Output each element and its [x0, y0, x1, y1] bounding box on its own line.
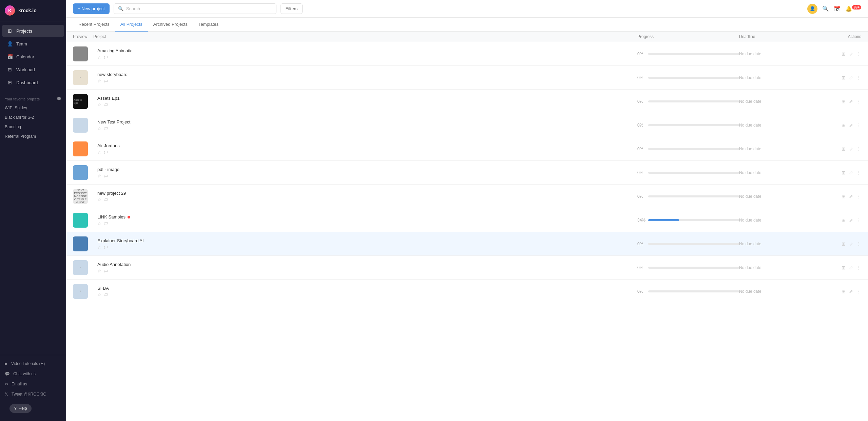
chat-link[interactable]: 💬 Chat with us — [0, 369, 66, 379]
star-icon[interactable]: ☆ — [97, 126, 101, 131]
tag-icon[interactable]: 🏷 — [103, 268, 108, 273]
star-icon[interactable]: ☆ — [97, 245, 101, 250]
new-project-button[interactable]: + New project — [73, 3, 110, 14]
video-tutorials-link[interactable]: ▶ Video Tutorials (H) — [0, 359, 66, 369]
filters-button[interactable]: Filters — [281, 3, 303, 14]
table-row[interactable]: LINK Samples ☆ 🏷 34% No due date ⊞ ⇗ ⋮ — [66, 208, 868, 232]
share-icon[interactable]: ⇗ — [849, 51, 853, 57]
share-icon[interactable]: ⇗ — [849, 217, 853, 223]
star-icon[interactable]: ☆ — [97, 173, 101, 178]
table-row[interactable]: ♪ Audio Annotation ☆ 🏷 0% No due date ⊞ … — [66, 256, 868, 280]
search-header-icon[interactable]: 🔍 — [822, 5, 829, 12]
grid-view-icon[interactable]: ⊞ — [842, 122, 846, 128]
grid-view-icon[interactable]: ⊞ — [842, 75, 846, 80]
grid-view-icon[interactable]: ⊞ — [842, 289, 846, 294]
table-row[interactable]: New Test Project ☆ 🏷 0% No due date ⊞ ⇗ … — [66, 113, 868, 137]
grid-view-icon[interactable]: ⊞ — [842, 146, 846, 152]
tab-all-projects[interactable]: All Projects — [115, 18, 148, 32]
table-row[interactable]: Air Jordans ☆ 🏷 0% No due date ⊞ ⇗ ⋮ — [66, 137, 868, 161]
star-icon[interactable]: ☆ — [97, 292, 101, 297]
tag-icon[interactable]: 🏷 — [103, 173, 108, 178]
share-icon[interactable]: ⇗ — [849, 289, 853, 294]
table-row[interactable]: ~ new storyboard ☆ 🏷 0% No due date ⊞ ⇗ … — [66, 66, 868, 90]
project-name: new storyboard — [97, 72, 633, 77]
project-name: Explainer Storyboard AI — [97, 238, 633, 243]
star-icon[interactable]: ☆ — [97, 268, 101, 273]
tag-icon[interactable]: 🏷 — [103, 126, 108, 131]
more-options-icon[interactable]: ⋮ — [856, 265, 861, 270]
table-row[interactable]: Assets Ep1 Assets Ep1 ☆ 🏷 0% No due date… — [66, 90, 868, 113]
share-icon[interactable]: ⇗ — [849, 146, 853, 152]
tab-recent-projects[interactable]: Recent Projects — [73, 18, 115, 32]
more-options-icon[interactable]: ⋮ — [856, 51, 861, 57]
tag-icon[interactable]: 🏷 — [103, 245, 108, 250]
table-row[interactable]: pdf - image ☆ 🏷 0% No due date ⊞ ⇗ ⋮ — [66, 161, 868, 185]
star-icon[interactable]: ☆ — [97, 221, 101, 226]
more-options-icon[interactable]: ⋮ — [856, 146, 861, 152]
sidebar-item-projects[interactable]: ⊞ Projects — [2, 25, 64, 37]
add-favorite-icon[interactable]: 💬 — [57, 97, 61, 101]
grid-view-icon[interactable]: ⊞ — [842, 241, 846, 247]
calendar-header-icon[interactable]: 📅 — [834, 5, 841, 12]
project-name: LINK Samples — [97, 214, 633, 219]
table-row[interactable]: THING NEXT PROJECT MOREINFO TRIPLE & NOT… — [66, 185, 868, 208]
sidebar-item-team[interactable]: 👤 Team — [2, 38, 64, 50]
share-icon[interactable]: ⇗ — [849, 170, 853, 175]
grid-view-icon[interactable]: ⊞ — [842, 99, 846, 104]
grid-view-icon[interactable]: ⊞ — [842, 265, 846, 270]
star-icon[interactable]: ☆ — [97, 197, 101, 202]
more-options-icon[interactable]: ⋮ — [856, 289, 861, 294]
favorite-wip-spidey[interactable]: WIP: Spidey — [0, 103, 66, 113]
tag-icon[interactable]: 🏷 — [103, 78, 108, 83]
more-options-icon[interactable]: ⋮ — [856, 99, 861, 104]
share-icon[interactable]: ⇗ — [849, 75, 853, 80]
more-options-icon[interactable]: ⋮ — [856, 241, 861, 247]
email-link[interactable]: ✉ Email us — [0, 379, 66, 389]
tag-icon[interactable]: 🏷 — [103, 197, 108, 202]
notification-bell[interactable]: 🔔 99+ — [845, 5, 861, 12]
more-options-icon[interactable]: ⋮ — [856, 170, 861, 175]
star-icon[interactable]: ☆ — [97, 78, 101, 83]
tab-templates[interactable]: Templates — [193, 18, 224, 32]
help-button[interactable]: ? Help — [9, 404, 32, 413]
more-options-icon[interactable]: ⋮ — [856, 194, 861, 199]
search-bar[interactable]: 🔍 Search — [114, 3, 276, 14]
tag-icon[interactable]: 🏷 — [103, 55, 108, 60]
share-icon[interactable]: ⇗ — [849, 241, 853, 247]
grid-view-icon[interactable]: ⊞ — [842, 170, 846, 175]
table-row[interactable]: Explainer Storyboard AI ☆ 🏷 0% No due da… — [66, 232, 868, 256]
share-icon[interactable]: ⇗ — [849, 194, 853, 199]
favorite-branding[interactable]: Branding — [0, 122, 66, 132]
more-options-icon[interactable]: ⋮ — [856, 122, 861, 128]
tab-archived-projects[interactable]: Archived Projects — [148, 18, 193, 32]
tag-icon[interactable]: 🏷 — [103, 221, 108, 226]
star-icon[interactable]: ☆ — [97, 102, 101, 107]
project-name: Assets Ep1 — [97, 96, 633, 101]
avatar[interactable]: 👤 — [807, 4, 817, 14]
grid-view-icon[interactable]: ⊞ — [842, 51, 846, 57]
tag-icon[interactable]: 🏷 — [103, 102, 108, 107]
favorite-referral[interactable]: Referral Program — [0, 132, 66, 141]
more-options-icon[interactable]: ⋮ — [856, 75, 861, 80]
sidebar-nav: ⊞ Projects 👤 Team 📅 Calendar ⊟ Workload … — [0, 21, 66, 92]
table-row[interactable]: Amazing Animatic ☆ 🏷 0% No due date ⊞ ⇗ … — [66, 42, 868, 66]
sidebar-item-calendar[interactable]: 📅 Calendar — [2, 51, 64, 63]
tag-icon[interactable]: 🏷 — [103, 150, 108, 155]
actions-cell: ⊞ ⇗ ⋮ — [814, 51, 861, 57]
tag-icon[interactable]: 🏷 — [103, 292, 108, 297]
grid-view-icon[interactable]: ⊞ — [842, 194, 846, 199]
more-options-icon[interactable]: ⋮ — [856, 217, 861, 223]
star-icon[interactable]: ☆ — [97, 55, 101, 60]
project-name: New Test Project — [97, 119, 633, 125]
star-icon[interactable]: ☆ — [97, 150, 101, 155]
favorite-black-mirror[interactable]: Black Mirror S-2 — [0, 113, 66, 122]
share-icon[interactable]: ⇗ — [849, 265, 853, 270]
grid-view-icon[interactable]: ⊞ — [842, 217, 846, 223]
logo-area[interactable]: K krock.io — [0, 0, 66, 21]
share-icon[interactable]: ⇗ — [849, 99, 853, 104]
sidebar-item-dashboard[interactable]: ⊞ Dashboard — [2, 76, 64, 89]
tweet-link[interactable]: 𝕏 Tweet @KROCKIO — [0, 389, 66, 399]
sidebar-item-workload[interactable]: ⊟ Workload — [2, 63, 64, 76]
table-row[interactable]: ♪ SFBA ☆ 🏷 0% No due date ⊞ ⇗ ⋮ — [66, 280, 868, 303]
share-icon[interactable]: ⇗ — [849, 122, 853, 128]
